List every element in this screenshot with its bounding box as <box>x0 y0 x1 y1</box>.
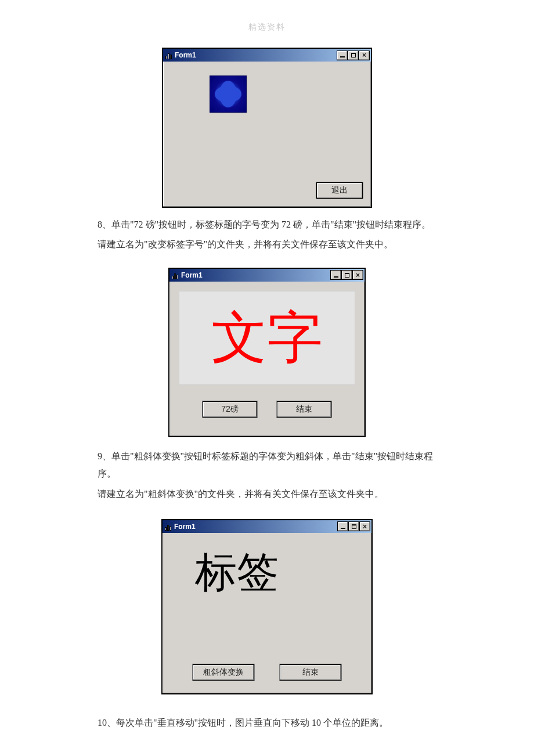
minimize-icon[interactable] <box>330 270 341 280</box>
paragraph-10: 10、每次单击"垂直移动"按钮时，图片垂直向下移动 10 个单位的距离。 <box>98 714 436 732</box>
title-left: Form1 <box>164 51 337 59</box>
end-button[interactable]: 结束 <box>280 664 341 681</box>
client-area: 退出 <box>164 63 370 204</box>
big-text-label: 文字 <box>211 310 323 366</box>
close-icon[interactable]: × <box>352 270 363 280</box>
window-controls: × <box>337 51 370 60</box>
exit-button[interactable]: 退出 <box>316 182 363 199</box>
window-controls: × <box>330 270 363 280</box>
minimize-icon[interactable] <box>337 521 348 531</box>
maximize-icon[interactable] <box>348 521 359 531</box>
text-panel: 文字 <box>179 291 355 385</box>
page-header: 精选资料 <box>0 0 534 48</box>
page-footer: 可修改编辑 <box>0 740 534 756</box>
paragraph-9a: 9、单击"粗斜体变换"按钮时标签标题的字体变为粗斜体，单击"结束"按钮时结束程序… <box>98 448 436 483</box>
window-title: Form1 <box>181 271 203 279</box>
title-left: Form1 <box>171 271 330 279</box>
maximize-icon[interactable] <box>348 51 359 60</box>
window-title: Form1 <box>174 523 196 531</box>
paragraph-9b: 请建立名为"粗斜体变换"的文件夹，并将有关文件保存至该文件夹中。 <box>98 485 436 503</box>
form-icon <box>171 271 179 279</box>
client-area: 文字 72磅 结束 <box>171 283 363 434</box>
titlebar: Form1 × <box>169 269 365 282</box>
close-icon[interactable]: × <box>359 521 370 531</box>
form-icon <box>164 523 172 531</box>
form1-window-fontsize: Form1 × 文字 72磅 结束 <box>168 268 366 437</box>
font-72-button[interactable]: 72磅 <box>203 401 257 417</box>
titlebar: Form1 × <box>163 49 371 62</box>
titlebar: Form1 × <box>163 520 371 533</box>
maximize-icon[interactable] <box>341 270 352 280</box>
form-icon <box>164 51 172 59</box>
form1-window-bolditalic: Form1 × 标签 粗斜体变换 结束 <box>161 519 373 694</box>
window-controls: × <box>337 521 370 531</box>
close-icon[interactable]: × <box>359 51 370 60</box>
button-row: 粗斜体变换 结束 <box>164 664 370 681</box>
paragraph-8b: 请建立名为"改变标签字号"的文件夹，并将有关文件保存至该文件夹中。 <box>98 236 436 253</box>
paragraph-8a: 8、单击"72 磅"按钮时，标签标题的字号变为 72 磅，单击"结束"按钮时结束… <box>98 216 436 233</box>
window-title: Form1 <box>175 51 196 59</box>
bold-italic-button[interactable]: 粗斜体变换 <box>193 664 254 681</box>
label-text: 标签 <box>195 545 279 600</box>
title-left: Form1 <box>164 523 337 531</box>
button-row: 72磅 结束 <box>179 401 355 417</box>
minimize-icon[interactable] <box>337 51 348 60</box>
client-area: 标签 粗斜体变换 结束 <box>164 534 370 691</box>
end-button[interactable]: 结束 <box>277 401 331 417</box>
form1-window-image: Form1 × 退出 <box>162 48 372 208</box>
decorative-shape <box>210 75 247 113</box>
